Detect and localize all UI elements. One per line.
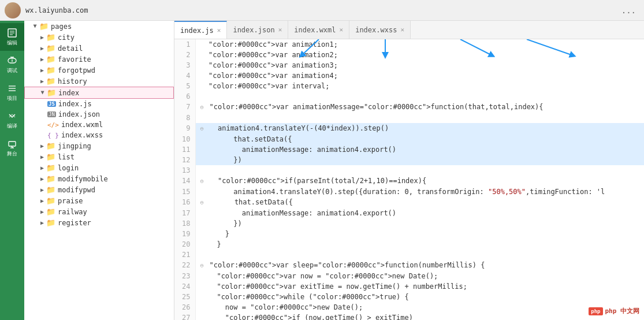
tree-item-city[interactable]: ▶ 📁 city bbox=[24, 32, 174, 43]
folder-icon-index: 📁 bbox=[47, 88, 56, 97]
tabs-bar: index.js ✕ index.json ✕ index.wxml ✕ ind… bbox=[174, 21, 644, 39]
edit-icon bbox=[7, 28, 17, 38]
tab-index-wxml[interactable]: index.wxml ✕ bbox=[288, 21, 349, 39]
line-content: "color:#0000cc">var animation4; bbox=[195, 70, 644, 81]
tree-item-modifymobile[interactable]: ▶ 📁 modifymobile bbox=[24, 173, 174, 184]
tree-item-history[interactable]: ▶ 📁 history bbox=[24, 76, 174, 87]
line-content bbox=[195, 250, 644, 260]
tree-label-index-wxss: index.wxss bbox=[61, 131, 103, 139]
line-number: 8 bbox=[174, 113, 195, 123]
line-number: 5 bbox=[174, 81, 195, 91]
tree-label-register: register bbox=[58, 219, 91, 227]
tree-label-pages: pages bbox=[51, 23, 72, 31]
tree-label-favorite: favorite bbox=[58, 55, 91, 64]
tree-label-modifymobile: modifymobile bbox=[58, 175, 108, 183]
folder-icon-login: 📁 bbox=[46, 163, 55, 172]
arrow-detail: ▶ bbox=[40, 45, 44, 51]
line-number: 19 bbox=[174, 229, 195, 239]
top-bar: wx.laiyunba.com ... bbox=[0, 0, 644, 21]
debug-icon bbox=[7, 55, 17, 66]
line-number: 23 bbox=[174, 271, 195, 281]
top-more-button[interactable]: ... bbox=[618, 5, 639, 16]
tree-item-list[interactable]: ▶ 📁 list bbox=[24, 151, 174, 162]
sidebar-icon-edit[interactable]: 编辑 bbox=[0, 23, 24, 51]
tab-index-wxss[interactable]: index.wxss ✕ bbox=[349, 21, 411, 39]
tree-item-index-wxml[interactable]: </> index.wxml bbox=[24, 120, 174, 130]
line-content: }) bbox=[195, 218, 644, 229]
line-number: 13 bbox=[174, 165, 195, 176]
line-content: animationMessage: animation4.export() bbox=[195, 144, 644, 155]
tree-item-favorite[interactable]: ▶ 📁 favorite bbox=[24, 54, 174, 65]
line-content: } bbox=[195, 229, 644, 239]
fold-indicator[interactable]: ⊖ bbox=[200, 104, 207, 110]
line-number: 3 bbox=[174, 60, 195, 70]
fold-indicator[interactable]: ⊖ bbox=[200, 199, 207, 206]
tab-close-index-json[interactable]: ✕ bbox=[278, 26, 282, 34]
tab-close-index-wxml[interactable]: ✕ bbox=[340, 26, 344, 34]
tab-close-index-wxss[interactable]: ✕ bbox=[400, 26, 404, 34]
line-content: that.setData({ bbox=[195, 134, 644, 144]
tree-label-praise: praise bbox=[58, 197, 83, 205]
tree-item-index-json[interactable]: JN index.json bbox=[24, 109, 174, 120]
tree-item-praise[interactable]: ▶ 📁 praise bbox=[24, 195, 174, 206]
line-content: ⊖ animation4.translateY(-(40*index)).ste… bbox=[195, 123, 644, 134]
tree-label-forgotpwd: forgotpwd bbox=[58, 66, 95, 75]
arrow-modifymobile: ▶ bbox=[40, 176, 44, 182]
arrow-praise: ▶ bbox=[40, 198, 44, 204]
tab-close-index-js[interactable]: ✕ bbox=[217, 27, 221, 34]
tree-item-login[interactable]: ▶ 📁 login bbox=[24, 162, 174, 173]
line-number: 6 bbox=[174, 91, 195, 102]
line-number: 12 bbox=[174, 155, 195, 165]
tree-item-index-js[interactable]: JS index.js bbox=[24, 99, 174, 109]
tree-item-pages[interactable]: ▶ 📁 pages bbox=[24, 21, 174, 32]
arrow-favorite: ▶ bbox=[40, 56, 44, 62]
line-number: 17 bbox=[174, 208, 195, 218]
line-number: 15 bbox=[174, 187, 195, 197]
svg-rect-5 bbox=[9, 142, 16, 146]
arrow-forgotpwd: ▶ bbox=[40, 67, 44, 73]
tab-index-js[interactable]: index.js ✕ bbox=[174, 21, 227, 39]
folder-icon-favorite: 📁 bbox=[46, 55, 55, 64]
line-number: 4 bbox=[174, 70, 195, 81]
tree-item-modifypwd[interactable]: ▶ 📁 modifypwd bbox=[24, 184, 174, 195]
line-number: 25 bbox=[174, 292, 195, 302]
translate-icon bbox=[7, 111, 17, 121]
watermark: php php 中文网 bbox=[589, 307, 639, 315]
json-icon: JN bbox=[47, 111, 56, 117]
sidebar-icon-stage[interactable]: 舞台 bbox=[0, 134, 24, 162]
fold-indicator[interactable]: ⊖ bbox=[200, 262, 207, 269]
tree-item-forgotpwd[interactable]: ▶ 📁 forgotpwd bbox=[24, 65, 174, 76]
sidebar-icon-project[interactable]: 项目 bbox=[0, 79, 24, 106]
tree-item-detail[interactable]: ▶ 📁 detail bbox=[24, 43, 174, 54]
code-area[interactable]: 1 "color:#0000cc">var animation1;2 "colo… bbox=[174, 39, 644, 320]
arrow-register: ▶ bbox=[40, 219, 44, 226]
fold-indicator[interactable]: ⊖ bbox=[200, 125, 207, 132]
watermark-text: php 中文网 bbox=[605, 307, 640, 315]
code-table: 1 "color:#0000cc">var animation1;2 "colo… bbox=[174, 39, 644, 320]
tab-label-index-json: index.json bbox=[233, 26, 274, 34]
line-content: "color:#0000cc">var exitTime = now.getTi… bbox=[195, 281, 644, 292]
line-number: 7 bbox=[174, 102, 195, 113]
tab-index-json[interactable]: index.json ✕ bbox=[227, 21, 288, 39]
arrow-index: ▶ bbox=[40, 91, 46, 94]
line-number: 22 bbox=[174, 260, 195, 271]
line-content: ⊖ that.setData({ bbox=[195, 197, 644, 208]
sidebar-icon-translate[interactable]: 编译 bbox=[0, 106, 24, 134]
sidebar-icon-debug[interactable]: 调试 bbox=[0, 51, 24, 79]
line-content: animation4.translateY(0).step({duration:… bbox=[195, 187, 644, 197]
folder-icon-list: 📁 bbox=[46, 152, 55, 161]
arrow-list: ▶ bbox=[40, 154, 44, 160]
main-layout: 编辑 调试 项目 编译 bbox=[0, 21, 644, 320]
tree-item-jingping[interactable]: ▶ 📁 jingping bbox=[24, 140, 174, 151]
tree-item-index-wxss[interactable]: { } index.wxss bbox=[24, 130, 174, 140]
line-content: "color:#0000cc">var interval; bbox=[195, 81, 644, 91]
tree-item-register[interactable]: ▶ 📁 register bbox=[24, 217, 174, 228]
arrow-pages: ▶ bbox=[32, 24, 39, 28]
fold-indicator[interactable]: ⊖ bbox=[200, 178, 207, 184]
folder-icon-jingping: 📁 bbox=[46, 142, 55, 150]
tree-item-railway[interactable]: ▶ 📁 railway bbox=[24, 206, 174, 217]
tree-item-index[interactable]: ▶ 📁 index bbox=[24, 87, 174, 99]
folder-icon-railway: 📁 bbox=[46, 207, 55, 216]
folder-icon-register: 📁 bbox=[46, 218, 55, 227]
folder-icon-pages: 📁 bbox=[39, 22, 49, 31]
